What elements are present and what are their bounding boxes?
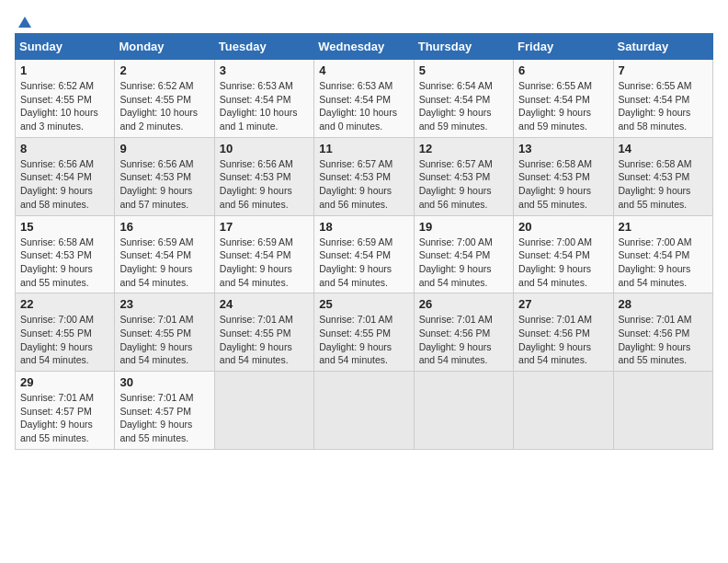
calendar-cell: 18Sunrise: 6:59 AMSunset: 4:54 PMDayligh…	[314, 215, 414, 293]
weekday-header-thursday: Thursday	[414, 34, 513, 60]
calendar-cell: 19Sunrise: 7:00 AMSunset: 4:54 PMDayligh…	[414, 215, 513, 293]
day-number: 1	[20, 63, 109, 77]
day-number: 29	[20, 375, 109, 389]
day-number: 19	[419, 220, 508, 234]
day-detail: Sunrise: 6:57 AMSunset: 4:53 PMDaylight:…	[419, 158, 493, 210]
calendar-cell: 1Sunrise: 6:52 AMSunset: 4:55 PMDaylight…	[16, 60, 115, 138]
weekday-header-sunday: Sunday	[16, 34, 115, 60]
calendar-week-2: 8Sunrise: 6:56 AMSunset: 4:54 PMDaylight…	[16, 137, 713, 215]
day-number: 17	[220, 220, 309, 234]
day-detail: Sunrise: 6:56 AMSunset: 4:54 PMDaylight:…	[20, 158, 94, 210]
day-detail: Sunrise: 6:53 AMSunset: 4:54 PMDaylight:…	[319, 80, 397, 132]
day-detail: Sunrise: 6:54 AMSunset: 4:54 PMDaylight:…	[419, 80, 493, 132]
day-detail: Sunrise: 7:00 AMSunset: 4:54 PMDaylight:…	[518, 236, 592, 288]
day-number: 2	[119, 63, 209, 77]
day-number: 11	[319, 142, 408, 155]
calendar-cell: 4Sunrise: 6:53 AMSunset: 4:54 PMDaylight…	[314, 60, 414, 138]
header	[15, 15, 713, 28]
day-number: 14	[619, 142, 708, 155]
calendar-cell: 3Sunrise: 6:53 AMSunset: 4:54 PMDaylight…	[214, 60, 313, 138]
day-detail: Sunrise: 7:00 AMSunset: 4:54 PMDaylight:…	[619, 236, 692, 288]
day-number: 10	[220, 142, 309, 155]
day-detail: Sunrise: 6:52 AMSunset: 4:55 PMDaylight:…	[119, 80, 198, 132]
day-detail: Sunrise: 6:55 AMSunset: 4:54 PMDaylight:…	[619, 80, 692, 132]
calendar-cell: 7Sunrise: 6:55 AMSunset: 4:54 PMDaylight…	[613, 60, 712, 138]
day-number: 27	[518, 297, 608, 311]
day-detail: Sunrise: 6:58 AMSunset: 4:53 PMDaylight:…	[20, 236, 94, 288]
day-number: 8	[20, 142, 109, 155]
day-number: 5	[419, 63, 508, 77]
calendar-body: 1Sunrise: 6:52 AMSunset: 4:55 PMDaylight…	[16, 60, 713, 450]
day-number: 16	[119, 220, 209, 234]
weekday-header-wednesday: Wednesday	[314, 34, 414, 60]
calendar-cell: 9Sunrise: 6:56 AMSunset: 4:53 PMDaylight…	[115, 137, 214, 215]
calendar-cell	[613, 372, 712, 450]
logo	[15, 15, 33, 28]
day-detail: Sunrise: 6:56 AMSunset: 4:53 PMDaylight:…	[220, 158, 293, 210]
weekday-header-saturday: Saturday	[613, 34, 712, 60]
day-detail: Sunrise: 7:01 AMSunset: 4:56 PMDaylight:…	[518, 314, 592, 365]
calendar-cell: 17Sunrise: 6:59 AMSunset: 4:54 PMDayligh…	[214, 215, 313, 293]
calendar-cell: 5Sunrise: 6:54 AMSunset: 4:54 PMDaylight…	[414, 60, 513, 138]
day-number: 18	[319, 220, 408, 234]
day-detail: Sunrise: 6:58 AMSunset: 4:53 PMDaylight:…	[619, 158, 692, 210]
day-detail: Sunrise: 6:53 AMSunset: 4:54 PMDaylight:…	[220, 80, 298, 132]
calendar-week-5: 29Sunrise: 7:01 AMSunset: 4:57 PMDayligh…	[16, 372, 713, 450]
calendar-cell: 26Sunrise: 7:01 AMSunset: 4:56 PMDayligh…	[414, 293, 513, 372]
day-number: 6	[518, 63, 608, 77]
calendar-week-4: 22Sunrise: 7:00 AMSunset: 4:55 PMDayligh…	[16, 293, 713, 372]
calendar-cell	[414, 372, 513, 450]
day-detail: Sunrise: 7:00 AMSunset: 4:54 PMDaylight:…	[419, 236, 493, 288]
calendar-cell: 15Sunrise: 6:58 AMSunset: 4:53 PMDayligh…	[16, 215, 115, 293]
day-detail: Sunrise: 7:01 AMSunset: 4:55 PMDaylight:…	[319, 314, 392, 365]
calendar-cell	[514, 372, 613, 450]
day-number: 15	[20, 220, 109, 234]
svg-marker-0	[18, 17, 31, 28]
day-number: 22	[20, 297, 109, 311]
weekday-header-tuesday: Tuesday	[214, 34, 313, 60]
calendar-cell: 23Sunrise: 7:01 AMSunset: 4:55 PMDayligh…	[115, 293, 214, 372]
calendar-week-3: 15Sunrise: 6:58 AMSunset: 4:53 PMDayligh…	[16, 215, 713, 293]
day-detail: Sunrise: 6:59 AMSunset: 4:54 PMDaylight:…	[119, 236, 193, 288]
calendar-cell	[314, 372, 414, 450]
day-number: 26	[419, 297, 508, 311]
day-number: 20	[518, 220, 608, 234]
weekday-header-friday: Friday	[514, 34, 613, 60]
calendar-cell: 30Sunrise: 7:01 AMSunset: 4:57 PMDayligh…	[115, 372, 214, 450]
day-detail: Sunrise: 6:59 AMSunset: 4:54 PMDaylight:…	[220, 236, 293, 288]
day-number: 23	[119, 297, 209, 311]
calendar-cell: 6Sunrise: 6:55 AMSunset: 4:54 PMDaylight…	[514, 60, 613, 138]
day-detail: Sunrise: 7:01 AMSunset: 4:55 PMDaylight:…	[119, 314, 193, 365]
day-detail: Sunrise: 7:01 AMSunset: 4:56 PMDaylight:…	[419, 314, 493, 365]
calendar-week-1: 1Sunrise: 6:52 AMSunset: 4:55 PMDaylight…	[16, 60, 713, 138]
day-number: 12	[419, 142, 508, 155]
day-number: 28	[619, 297, 708, 311]
calendar-cell	[214, 372, 313, 450]
calendar-cell: 10Sunrise: 6:56 AMSunset: 4:53 PMDayligh…	[214, 137, 313, 215]
day-detail: Sunrise: 7:01 AMSunset: 4:55 PMDaylight:…	[220, 314, 293, 365]
calendar-cell: 27Sunrise: 7:01 AMSunset: 4:56 PMDayligh…	[514, 293, 613, 372]
calendar-cell: 22Sunrise: 7:00 AMSunset: 4:55 PMDayligh…	[16, 293, 115, 372]
day-number: 13	[518, 142, 608, 155]
calendar-cell: 16Sunrise: 6:59 AMSunset: 4:54 PMDayligh…	[115, 215, 214, 293]
calendar-cell: 11Sunrise: 6:57 AMSunset: 4:53 PMDayligh…	[314, 137, 414, 215]
calendar-table: SundayMondayTuesdayWednesdayThursdayFrid…	[15, 33, 713, 450]
calendar-cell: 13Sunrise: 6:58 AMSunset: 4:53 PMDayligh…	[514, 137, 613, 215]
day-detail: Sunrise: 7:01 AMSunset: 4:57 PMDaylight:…	[20, 392, 94, 443]
day-detail: Sunrise: 6:58 AMSunset: 4:53 PMDaylight:…	[518, 158, 592, 210]
calendar-cell: 28Sunrise: 7:01 AMSunset: 4:56 PMDayligh…	[613, 293, 712, 372]
day-number: 25	[319, 297, 408, 311]
calendar-cell: 20Sunrise: 7:00 AMSunset: 4:54 PMDayligh…	[514, 215, 613, 293]
day-detail: Sunrise: 7:01 AMSunset: 4:57 PMDaylight:…	[119, 392, 193, 443]
logo-icon	[17, 15, 33, 31]
calendar-header-row: SundayMondayTuesdayWednesdayThursdayFrid…	[16, 34, 713, 60]
calendar-cell: 25Sunrise: 7:01 AMSunset: 4:55 PMDayligh…	[314, 293, 414, 372]
day-number: 7	[619, 63, 708, 77]
day-number: 3	[220, 63, 309, 77]
day-detail: Sunrise: 6:52 AMSunset: 4:55 PMDaylight:…	[20, 80, 98, 132]
calendar-cell: 24Sunrise: 7:01 AMSunset: 4:55 PMDayligh…	[214, 293, 313, 372]
calendar-cell: 8Sunrise: 6:56 AMSunset: 4:54 PMDaylight…	[16, 137, 115, 215]
day-number: 21	[619, 220, 708, 234]
calendar-cell: 14Sunrise: 6:58 AMSunset: 4:53 PMDayligh…	[613, 137, 712, 215]
day-number: 4	[319, 63, 408, 77]
